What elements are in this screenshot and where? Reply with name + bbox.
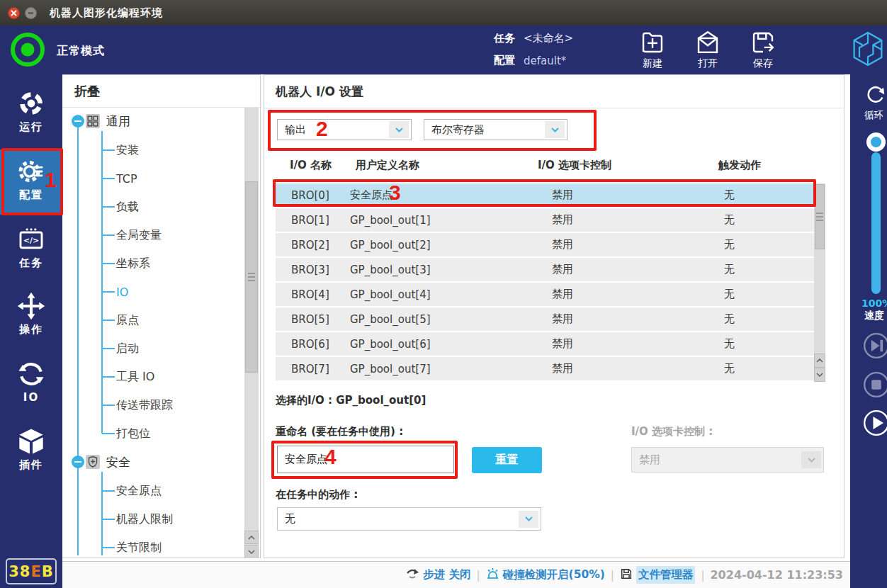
- sidebar-item-task[interactable]: </>任务: [0, 217, 62, 283]
- collapse-button[interactable]: 折叠: [74, 83, 100, 100]
- tree-item[interactable]: IO: [116, 285, 128, 299]
- sidebar-item-run[interactable]: 运行: [0, 81, 62, 147]
- tree-group-label[interactable]: 安全: [106, 454, 130, 470]
- sidebar-item-io[interactable]: IO: [0, 352, 62, 417]
- cell-user-name: GP_bool_out[4]: [350, 288, 520, 301]
- window-title: 机器人图形化编程环境: [50, 6, 163, 20]
- task-action-select[interactable]: 无: [277, 507, 541, 531]
- config-tree-panel: 折叠 通用安装TCP负载全局变量坐标系IO原点启动工具 IO传送带跟踪打包位安全…: [62, 74, 261, 558]
- sidebar-item-config[interactable]: 配置: [0, 149, 62, 215]
- reset-button[interactable]: 重置: [472, 447, 542, 473]
- loop-mode-button[interactable]: 循环: [850, 83, 887, 122]
- tree-item[interactable]: 原点: [116, 313, 139, 328]
- chevron-down-icon: [519, 511, 538, 528]
- open-icon: [694, 29, 721, 56]
- tree-item[interactable]: 安装: [116, 143, 139, 158]
- tree-item[interactable]: 工具 IO: [116, 370, 154, 385]
- table-row[interactable]: BRO[7]GP_bool_out[7]禁用无: [276, 357, 814, 382]
- statusbar: 步进 关闭 | 碰撞检测开启(50%) |: [62, 561, 850, 588]
- page-title: 机器人 I/O 设置: [276, 84, 363, 100]
- speed-value: 100%: [850, 298, 887, 309]
- table-row[interactable]: BRO[2]GP_bool_out[2]禁用无: [276, 233, 814, 258]
- tree-item[interactable]: TCP: [116, 172, 137, 186]
- tree-item[interactable]: 关节限制: [116, 541, 162, 555]
- save-button[interactable]: 保存: [745, 29, 781, 70]
- collision-status[interactable]: 碰撞检测开启(50%): [486, 567, 605, 582]
- scroll-down-icon[interactable]: [814, 368, 825, 382]
- tree-group-label[interactable]: 通用: [106, 113, 130, 130]
- cell-trigger-action: 无: [718, 362, 814, 375]
- robot-io-settings-panel: 机器人 I/O 设置 输出 布尔寄存器 I/O 名称用户定义名称I/O 选项卡控…: [264, 74, 844, 558]
- table-row[interactable]: BRO[3]GP_bool_out[3]禁用无: [276, 258, 814, 283]
- column-header: 触发动作: [718, 159, 814, 172]
- io-table-header: I/O 名称用户定义名称I/O 选项卡控制触发动作: [276, 159, 814, 172]
- sidebar-item-plugin[interactable]: 插件: [0, 419, 62, 485]
- speed-label: 速度: [850, 310, 887, 322]
- tree-item[interactable]: 启动: [116, 341, 139, 356]
- app-window: 机器人图形化编程环境 正常模式 任务 <未命名> 配置 default* 新建打…: [0, 0, 887, 588]
- config-label: 配置: [494, 54, 515, 67]
- rename-input[interactable]: 安全原点: [277, 446, 454, 473]
- table-row[interactable]: BRO[6]GP_bool_out[6]禁用无: [276, 332, 814, 357]
- io-direction-value: 输出: [278, 123, 306, 137]
- table-row[interactable]: BRO[4]GP_bool_out[4]禁用无: [276, 283, 814, 307]
- io-type-value: 布尔寄存器: [424, 123, 485, 137]
- tree-scrollbar[interactable]: [244, 108, 259, 558]
- scroll-down-icon[interactable]: [244, 545, 259, 558]
- close-icon[interactable]: [8, 7, 20, 19]
- table-scrollbar[interactable]: [814, 183, 825, 382]
- tree-item[interactable]: 传送带跟踪: [116, 398, 173, 413]
- scrollbar-thumb[interactable]: [245, 181, 258, 373]
- scrollbar-thumb[interactable]: [815, 184, 825, 249]
- robot-model-badge[interactable]: 38EB: [6, 558, 57, 584]
- config-value: default*: [524, 55, 566, 67]
- tree-item[interactable]: 全局变量: [116, 228, 162, 243]
- new-button[interactable]: 新建: [634, 29, 671, 70]
- open-button[interactable]: 打开: [689, 29, 726, 70]
- cell-user-name: GP_bool_out[5]: [350, 313, 520, 326]
- step-mode-status[interactable]: 步进 关闭: [406, 567, 470, 582]
- io-type-select[interactable]: 布尔寄存器: [424, 119, 567, 140]
- file-manager-text: 文件管理器: [636, 566, 696, 584]
- speed-slider-knob[interactable]: [866, 132, 886, 152]
- cell-trigger-action: 无: [718, 312, 814, 326]
- stop-button[interactable]: [862, 371, 887, 399]
- collision-icon: [486, 567, 499, 582]
- chevron-down-icon: [801, 451, 821, 468]
- divider: |: [611, 569, 614, 582]
- scroll-up-icon[interactable]: [814, 354, 825, 368]
- mode-status-icon: [11, 33, 45, 67]
- mode-label: 正常模式: [57, 44, 105, 59]
- cell-trigger-action: 无: [718, 213, 814, 227]
- table-row[interactable]: BRO[5]GP_bool_out[5]禁用无: [276, 307, 814, 332]
- cell-io-name: BRO[3]: [276, 264, 350, 276]
- scroll-up-icon[interactable]: [244, 531, 259, 544]
- code-icon: </>: [17, 225, 45, 254]
- collapse-minus-icon[interactable]: [72, 456, 84, 468]
- cell-trigger-action: 无: [718, 238, 814, 251]
- cell-tab-control: 禁用: [520, 238, 718, 251]
- collapse-minus-icon[interactable]: [72, 115, 84, 128]
- column-header: I/O 名称: [276, 159, 350, 172]
- tree-item[interactable]: 坐标系: [116, 256, 150, 271]
- tree-item[interactable]: 负载: [116, 200, 139, 215]
- table-row[interactable]: BRO[0]安全原点禁用无: [276, 183, 814, 208]
- io-direction-select[interactable]: 输出: [277, 119, 412, 140]
- tab-control-select: 禁用: [631, 447, 824, 473]
- tree-item[interactable]: 安全原点: [116, 484, 162, 499]
- chevron-down-icon: [389, 121, 409, 138]
- speed-slider[interactable]: [871, 152, 881, 294]
- play-button[interactable]: [862, 409, 887, 437]
- file-manager-button[interactable]: 文件管理器: [620, 566, 696, 584]
- sidebar-item-operate[interactable]: 操作: [0, 284, 62, 349]
- cell-tab-control: 禁用: [520, 213, 718, 227]
- tree-item[interactable]: 机器人限制: [116, 512, 173, 527]
- cell-io-name: BRO[1]: [276, 214, 350, 227]
- move-icon: [17, 292, 45, 320]
- step-next-button[interactable]: [862, 332, 887, 360]
- minimize-icon[interactable]: [25, 7, 37, 19]
- cell-user-name: GP_bool_out[7]: [350, 363, 520, 375]
- rename-label: 重命名 (要在任务中使用) :: [276, 425, 403, 439]
- tree-item[interactable]: 打包位: [116, 426, 150, 441]
- table-row[interactable]: BRO[1]GP_bool_out[1]禁用无: [276, 208, 814, 233]
